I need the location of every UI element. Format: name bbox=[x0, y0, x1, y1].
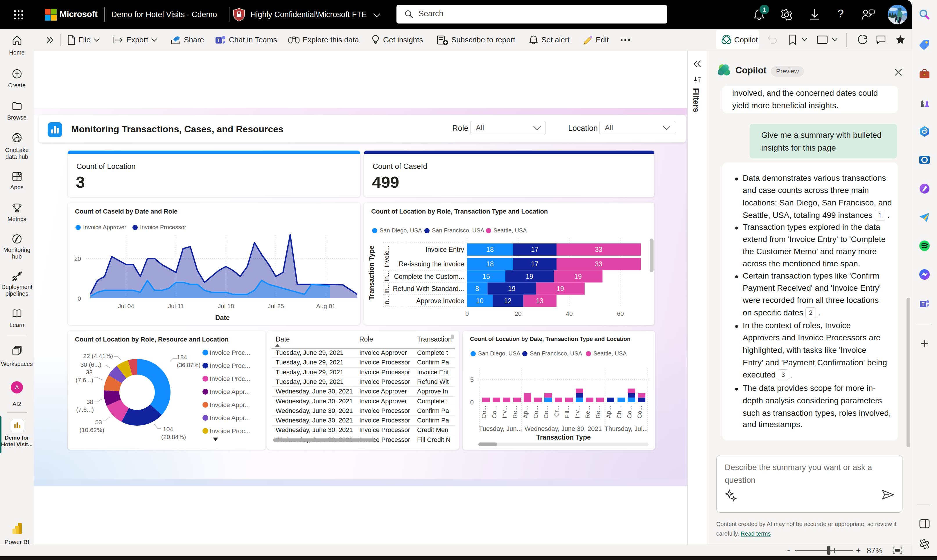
svg-text:Jul 11: Jul 11 bbox=[168, 303, 184, 309]
svg-text:Aug 01: Aug 01 bbox=[316, 303, 336, 309]
svg-text:Jul 25: Jul 25 bbox=[268, 303, 284, 309]
svg-text:22 (4.41%): 22 (4.41%) bbox=[83, 352, 113, 359]
svg-text:33: 33 bbox=[595, 260, 602, 268]
svg-text:Invoice Proc...: Invoice Proc... bbox=[210, 349, 250, 356]
svg-text:5: 5 bbox=[470, 376, 474, 383]
svg-text:Invoice Appr...: Invoice Appr... bbox=[210, 388, 250, 395]
svg-text:Complete the Custom...: Complete the Custom... bbox=[394, 273, 464, 280]
svg-text:Co...: Co... bbox=[533, 406, 539, 418]
svg-text:33: 33 bbox=[595, 246, 602, 253]
svg-text:Invoice Entry: Invoice Entry bbox=[426, 246, 464, 253]
svg-text:Invoice Appr...: Invoice Appr... bbox=[210, 414, 250, 422]
svg-text:0: 0 bbox=[470, 398, 474, 406]
svg-text:Co...: Co... bbox=[636, 406, 643, 418]
svg-text:Invoice Proc...: Invoice Proc... bbox=[210, 375, 250, 382]
svg-text:Re...: Re... bbox=[511, 406, 518, 418]
svg-text:10: 10 bbox=[476, 297, 483, 305]
svg-text:In...: In... bbox=[383, 271, 391, 282]
svg-text:Invoice Proc...: Invoice Proc... bbox=[210, 428, 250, 435]
svg-text:Transaction Type: Transaction Type bbox=[368, 245, 375, 300]
svg-text:20: 20 bbox=[515, 310, 521, 317]
svg-text:Co...: Co... bbox=[491, 406, 497, 418]
svg-text:Wednesday, June 30, 2021: Wednesday, June 30, 2021 bbox=[525, 425, 602, 432]
svg-text:38: 38 bbox=[86, 398, 93, 405]
svg-text:184: 184 bbox=[177, 354, 187, 360]
svg-text:Re...: Re... bbox=[584, 406, 591, 418]
svg-text:In...: In... bbox=[383, 283, 391, 294]
svg-text:40: 40 bbox=[566, 310, 573, 317]
svg-text:Co...: Co... bbox=[480, 406, 487, 418]
svg-text:Tuesday, Jun...: Tuesday, Jun... bbox=[479, 425, 522, 432]
svg-text:Ap...: Ap... bbox=[522, 406, 529, 418]
svg-text:104: 104 bbox=[163, 426, 173, 432]
svg-text:17: 17 bbox=[531, 246, 539, 253]
svg-text:Invoic...: Invoic... bbox=[383, 245, 391, 268]
svg-text:Refund With Standard...: Refund With Standard... bbox=[393, 285, 464, 292]
svg-text:Inv...: Inv... bbox=[501, 406, 508, 418]
svg-text:12: 12 bbox=[504, 297, 511, 305]
svg-text:In...: In... bbox=[383, 295, 391, 306]
svg-text:Invoice Appr...: Invoice Appr... bbox=[210, 401, 250, 409]
svg-text:Date: Date bbox=[215, 314, 230, 322]
svg-text:18: 18 bbox=[486, 246, 494, 253]
svg-text:19: 19 bbox=[557, 285, 564, 292]
svg-text:19: 19 bbox=[526, 273, 533, 280]
svg-text:0: 0 bbox=[465, 310, 469, 317]
svg-text:Thursday, Jul...: Thursday, Jul... bbox=[605, 425, 648, 432]
svg-text:(7.6...): (7.6...) bbox=[76, 377, 93, 383]
svg-text:Ap...: Ap... bbox=[605, 406, 612, 418]
svg-text:30 (6...): 30 (6...) bbox=[80, 361, 101, 368]
svg-text:Invoice Proc...: Invoice Proc... bbox=[210, 362, 250, 369]
svg-text:Approve Invoice: Approve Invoice bbox=[416, 297, 464, 305]
svg-text:(7.6...): (7.6...) bbox=[76, 406, 94, 413]
svg-text:17: 17 bbox=[531, 260, 539, 268]
svg-text:8: 8 bbox=[475, 285, 479, 292]
svg-text:Co...: Co... bbox=[543, 406, 549, 418]
svg-text:53: 53 bbox=[95, 419, 102, 425]
svg-text:20: 20 bbox=[74, 255, 81, 262]
svg-text:0: 0 bbox=[77, 295, 81, 302]
svg-text:T: T bbox=[922, 302, 925, 307]
svg-text:(36.87%): (36.87%) bbox=[177, 362, 201, 368]
svg-text:T: T bbox=[217, 38, 220, 43]
svg-text:(10.62%): (10.62%) bbox=[80, 426, 104, 433]
svg-text:13: 13 bbox=[536, 297, 543, 305]
svg-text:Co...: Co... bbox=[626, 406, 633, 418]
svg-text:60: 60 bbox=[617, 310, 624, 317]
svg-text:19: 19 bbox=[574, 273, 582, 280]
svg-text:Jul 18: Jul 18 bbox=[218, 303, 234, 309]
svg-text:Inv...: Inv... bbox=[574, 406, 580, 418]
svg-text:Jul 04: Jul 04 bbox=[118, 303, 134, 309]
svg-text:38: 38 bbox=[86, 369, 93, 375]
svg-text:(20.84%): (20.84%) bbox=[161, 434, 186, 440]
svg-text:18: 18 bbox=[486, 260, 494, 268]
svg-text:Re...: Re... bbox=[594, 406, 601, 418]
svg-text:15: 15 bbox=[482, 273, 490, 280]
svg-text:19: 19 bbox=[508, 285, 516, 292]
svg-text:Cr...: Cr... bbox=[553, 406, 560, 417]
svg-text:Re-issuing the invoice: Re-issuing the invoice bbox=[399, 260, 464, 268]
svg-text:Transaction Type: Transaction Type bbox=[536, 434, 591, 441]
svg-text:Ch...: Ch... bbox=[616, 406, 622, 418]
svg-text:Fill...: Fill... bbox=[563, 406, 570, 418]
